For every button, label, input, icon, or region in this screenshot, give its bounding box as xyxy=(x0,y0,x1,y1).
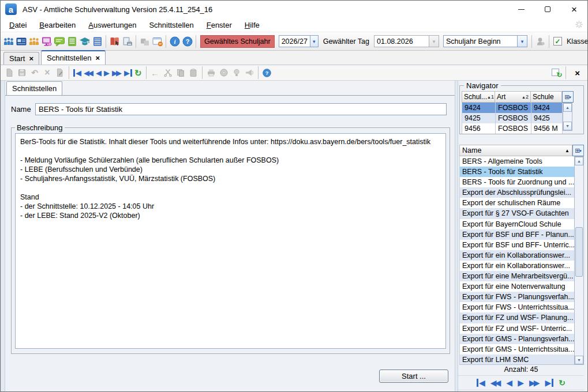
menu-item-auswertungen[interactable]: Auswertungen xyxy=(82,19,143,31)
lessons-board-icon[interactable] xyxy=(53,35,65,48)
list-item[interactable]: BERS - Tools für Statistik xyxy=(460,167,574,177)
scroll-up-button[interactable]: ▲ xyxy=(575,157,583,165)
info-icon[interactable]: i xyxy=(168,35,181,48)
list-item[interactable]: Export für GMS - Planungsverfah... xyxy=(460,334,574,344)
menu-item-fenster[interactable]: Fenster xyxy=(200,19,238,31)
list-item[interactable]: Export für eine Notenverwaltung xyxy=(460,281,574,292)
list-item[interactable]: BERS - Allgemeine Tools xyxy=(460,156,574,167)
window-remove-icon[interactable] xyxy=(151,35,163,48)
list-item[interactable]: Export für GMS - Unterrichtssitua... xyxy=(460,344,574,355)
table-row[interactable]: 9456FOSBOS9456 M xyxy=(462,123,563,134)
table-row[interactable]: 9424FOSBOS9424 xyxy=(462,103,563,113)
fast-forward-button[interactable]: ▶▶ xyxy=(529,379,540,387)
period-select[interactable]: Schuljahr Beginn▾ xyxy=(443,35,527,47)
column-header-1[interactable]: Art▲2 xyxy=(495,91,531,103)
teachers-icon[interactable] xyxy=(28,35,40,48)
tab-start[interactable]: Start× xyxy=(3,52,39,65)
start-button[interactable]: Start ... xyxy=(379,370,448,383)
keep-class-checkbox[interactable]: ✓ xyxy=(553,37,562,46)
scroll-down-button[interactable]: ▼ xyxy=(563,122,572,130)
table-row[interactable]: 9425FOSBOS9425 xyxy=(462,113,563,123)
refresh-button[interactable]: ↻ xyxy=(559,379,565,387)
chevron-down-icon: ▼ xyxy=(565,124,570,128)
school-year-button[interactable]: Gewähltes Schuljahr xyxy=(200,35,275,48)
column-config-button[interactable]: ⊞▾ xyxy=(572,145,584,156)
list-item[interactable]: Export für FZ und WSF- Planung... xyxy=(460,312,574,323)
table-scrollbar[interactable]: ▲ ▼ xyxy=(563,103,572,131)
list-item[interactable]: Export für FWS - Planungsverfah... xyxy=(460,292,574,302)
column-header-2[interactable]: Schule xyxy=(531,91,562,103)
list-scrollbar[interactable]: ▲ ▼ xyxy=(574,156,584,365)
fast-backward-button[interactable]: ◀◀ xyxy=(84,69,93,77)
help-icon[interactable]: ? xyxy=(261,67,273,78)
school-table-header: Schul...▲1Art▲2Schule xyxy=(462,91,562,103)
navigator-group: Navigator Schul...▲1Art▲2Schule ⊞▾ 9424F… xyxy=(459,81,584,134)
list-item[interactable]: Export für eine Mehrarbeitsvergü... xyxy=(460,271,574,281)
menu-item-hilfe[interactable]: Hilfe xyxy=(238,19,266,31)
menu-item-bearbeiten[interactable]: Bearbeiten xyxy=(33,19,82,31)
school-icon[interactable] xyxy=(15,35,27,48)
close-button[interactable]: × xyxy=(561,1,587,18)
menu-item-schnittstellen[interactable]: Schnittstellen xyxy=(143,19,200,31)
cut-icon xyxy=(162,67,174,78)
minimize-button[interactable] xyxy=(508,1,534,18)
chevron-down-icon[interactable]: ▾ xyxy=(517,36,527,47)
first-button[interactable]: ◀ xyxy=(477,379,485,387)
interfaces-book-icon[interactable] xyxy=(108,35,121,48)
list-item[interactable]: Export für FWS - Unterrichtssitua... xyxy=(460,302,574,312)
scrollbar-thumb[interactable] xyxy=(575,227,583,277)
description-text[interactable]: BerS-Tools für die Statistik. Inhalt die… xyxy=(15,133,446,349)
list-item[interactable]: Export für BayernCloud Schule xyxy=(460,219,574,229)
list-item[interactable]: Export der Abschlussprüfungslei... xyxy=(460,187,574,198)
app-window: a ASV - Amtliche Schulverwaltung Version… xyxy=(0,0,588,392)
refresh-button[interactable]: ↻ xyxy=(134,69,142,77)
class-monitor-icon[interactable] xyxy=(40,35,53,48)
scroll-down-button[interactable]: ▼ xyxy=(575,356,583,364)
tab-close-icon[interactable]: × xyxy=(95,54,100,62)
toolbar-separator xyxy=(549,35,549,48)
previous-button[interactable]: ◀ xyxy=(506,379,512,387)
list-item[interactable]: Export für BSF und BFF- Unterric... xyxy=(460,240,574,250)
previous-button[interactable]: ◀ xyxy=(96,69,102,77)
chevron-down-icon[interactable]: ▾ xyxy=(310,36,318,47)
list-item[interactable]: Export der schulischen Räume xyxy=(460,198,574,208)
column-config-button[interactable]: ⊞▾ xyxy=(562,91,574,103)
list-item[interactable]: Export für BSF und BFF - Planun... xyxy=(460,229,574,240)
first-button[interactable]: ◀ xyxy=(73,69,81,77)
name-column-header[interactable]: Name ▲ xyxy=(459,145,572,156)
last-button[interactable]: ▶ xyxy=(545,379,553,387)
help-icon[interactable]: ? xyxy=(181,35,193,48)
name-label: Name xyxy=(11,105,35,114)
students-icon[interactable] xyxy=(2,35,14,48)
list-item[interactable]: Export für § 27 VSO-F Gutachten xyxy=(460,208,574,218)
list-item[interactable]: Export für LHM SMC xyxy=(460,355,574,365)
menu-item-datei[interactable]: Datei xyxy=(3,19,33,31)
list-item[interactable]: BERS - Tools für Zuordnung und ... xyxy=(460,177,574,187)
next-button[interactable]: ▶ xyxy=(518,379,524,387)
left-splitter[interactable] xyxy=(1,81,5,391)
fast-backward-button[interactable]: ◀◀ xyxy=(490,379,501,387)
name-field[interactable]: BERS - Tools für Statistik xyxy=(35,103,447,115)
close-view-button[interactable]: × xyxy=(570,68,585,78)
list-item[interactable]: Export für ein Kollaborationswer... xyxy=(460,261,574,271)
tab-schnittstellen-detail[interactable]: Schnittstellen xyxy=(6,81,62,95)
subjects-list-icon[interactable] xyxy=(66,35,78,48)
subtab-row: Schnittstellen xyxy=(5,81,455,96)
tab-close-icon[interactable]: × xyxy=(29,55,33,62)
list-item[interactable]: Export für ein Kollaborationswer... xyxy=(460,250,574,261)
maximize-button[interactable] xyxy=(534,1,561,18)
school-year-select[interactable]: 2026/27▾ xyxy=(279,35,319,47)
timetable-icon[interactable] xyxy=(91,35,103,48)
fast-forward-button[interactable]: ▶▶ xyxy=(112,69,122,77)
chevron-down-icon: ▾ xyxy=(579,149,582,153)
window-refresh-icon[interactable]: ↻ xyxy=(551,67,561,78)
report-printer-icon[interactable] xyxy=(121,35,133,48)
scroll-up-button[interactable]: ▲ xyxy=(563,103,572,112)
list-item[interactable]: Export für FZ und WSF- Unterric... xyxy=(460,323,574,334)
close-icon: × xyxy=(571,5,577,14)
column-header-0[interactable]: Schul...▲1 xyxy=(462,91,495,103)
last-button[interactable]: ▶ xyxy=(124,69,132,77)
graduation-icon[interactable] xyxy=(78,35,91,48)
tab-schnittstellen[interactable]: Schnittstellen× xyxy=(41,50,106,65)
next-button[interactable]: ▶ xyxy=(104,69,110,77)
